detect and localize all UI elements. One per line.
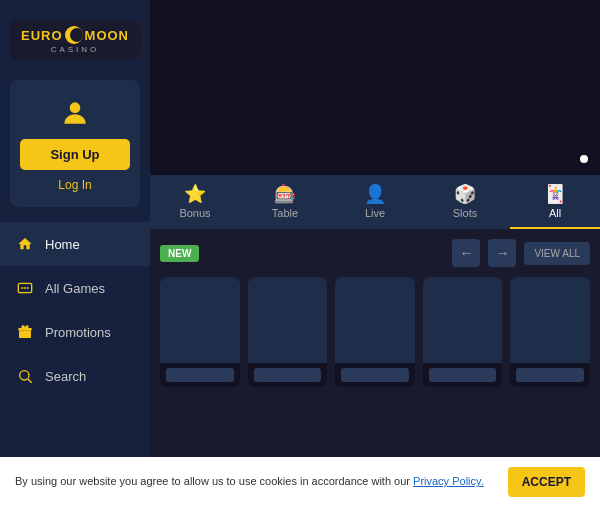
hero-banner	[150, 0, 600, 175]
logo-area: EURO MOON CASINO	[0, 10, 150, 75]
game-card-1[interactable]	[160, 277, 240, 387]
game-card-2[interactable]	[248, 277, 328, 387]
sidebar-item-promotions[interactable]: Promotions	[0, 310, 150, 354]
svg-rect-6	[18, 328, 31, 331]
log-in-link[interactable]: Log In	[58, 178, 91, 192]
cookie-text: By using our website you agree to allow …	[15, 474, 498, 489]
tab-slots[interactable]: 🎲 Slots	[420, 175, 510, 229]
promotions-label: Promotions	[45, 325, 111, 340]
sidebar-item-search[interactable]: Search	[0, 354, 150, 398]
new-badge: NEW	[160, 245, 199, 262]
game-label-4	[429, 368, 497, 382]
avatar	[57, 95, 93, 131]
game-label-2	[254, 368, 322, 382]
live-label: Live	[365, 207, 385, 219]
logo-moon-icon	[65, 26, 83, 44]
cookie-message: By using our website you agree to allow …	[15, 475, 413, 487]
game-thumb-1	[160, 277, 240, 363]
sidebar-item-all-games[interactable]: All Games	[0, 266, 150, 310]
game-cards-row	[160, 277, 590, 387]
logo-sub: CASINO	[51, 45, 100, 54]
logo-euro: EURO	[21, 28, 63, 43]
hero-dot-indicator	[580, 155, 588, 163]
sidebar: EURO MOON CASINO Sign Up Log In Home	[0, 0, 150, 507]
live-icon: 👤	[364, 185, 386, 203]
main-content: ⭐ Bonus 🎰 Table 👤 Live 🎲 Slots 🃏 All NEW…	[150, 0, 600, 507]
slots-icon: 🎲	[454, 185, 476, 203]
tab-live[interactable]: 👤 Live	[330, 175, 420, 229]
svg-point-2	[21, 287, 23, 289]
user-area: Sign Up Log In	[10, 80, 140, 207]
prev-arrow-button[interactable]: ←	[452, 239, 480, 267]
table-icon: 🎰	[274, 185, 296, 203]
accept-button[interactable]: ACCEPT	[508, 467, 585, 497]
game-card-5[interactable]	[510, 277, 590, 387]
games-icon	[15, 278, 35, 298]
sign-up-button[interactable]: Sign Up	[20, 139, 130, 170]
home-label: Home	[45, 237, 80, 252]
logo-text: EURO MOON	[21, 26, 129, 44]
search-icon	[15, 366, 35, 386]
tab-bonus[interactable]: ⭐ Bonus	[150, 175, 240, 229]
nav-list: Home All Games	[0, 222, 150, 398]
game-label-1	[166, 368, 234, 382]
home-icon	[15, 234, 35, 254]
game-label-3	[341, 368, 409, 382]
category-tabs: ⭐ Bonus 🎰 Table 👤 Live 🎲 Slots 🃏 All	[150, 175, 600, 229]
game-thumb-2	[248, 277, 328, 363]
sidebar-item-home[interactable]: Home	[0, 222, 150, 266]
all-label: All	[549, 207, 561, 219]
svg-point-4	[27, 287, 29, 289]
tab-table[interactable]: 🎰 Table	[240, 175, 330, 229]
search-label: Search	[45, 369, 86, 384]
svg-point-0	[70, 102, 81, 113]
all-icon: 🃏	[544, 185, 566, 203]
svg-line-8	[28, 379, 32, 383]
svg-rect-5	[19, 331, 31, 338]
bonus-label: Bonus	[179, 207, 210, 219]
game-card-3[interactable]	[335, 277, 415, 387]
svg-point-7	[20, 371, 29, 380]
game-thumb-3	[335, 277, 415, 363]
all-games-label: All Games	[45, 281, 105, 296]
tab-all[interactable]: 🃏 All	[510, 175, 600, 229]
game-card-4[interactable]	[423, 277, 503, 387]
logo-moon-text: MOON	[85, 28, 129, 43]
game-thumb-4	[423, 277, 503, 363]
privacy-policy-link[interactable]: Privacy Policy.	[413, 475, 484, 487]
game-label-5	[516, 368, 584, 382]
table-label: Table	[272, 207, 298, 219]
svg-point-3	[24, 287, 26, 289]
games-header: NEW ← → VIEW ALL	[160, 239, 590, 267]
game-thumb-5	[510, 277, 590, 363]
view-all-button[interactable]: VIEW ALL	[524, 242, 590, 265]
slots-label: Slots	[453, 207, 477, 219]
bonus-icon: ⭐	[184, 185, 206, 203]
gift-icon	[15, 322, 35, 342]
logo-box: EURO MOON CASINO	[9, 20, 141, 60]
next-arrow-button[interactable]: →	[488, 239, 516, 267]
cookie-bar: By using our website you agree to allow …	[0, 457, 600, 507]
